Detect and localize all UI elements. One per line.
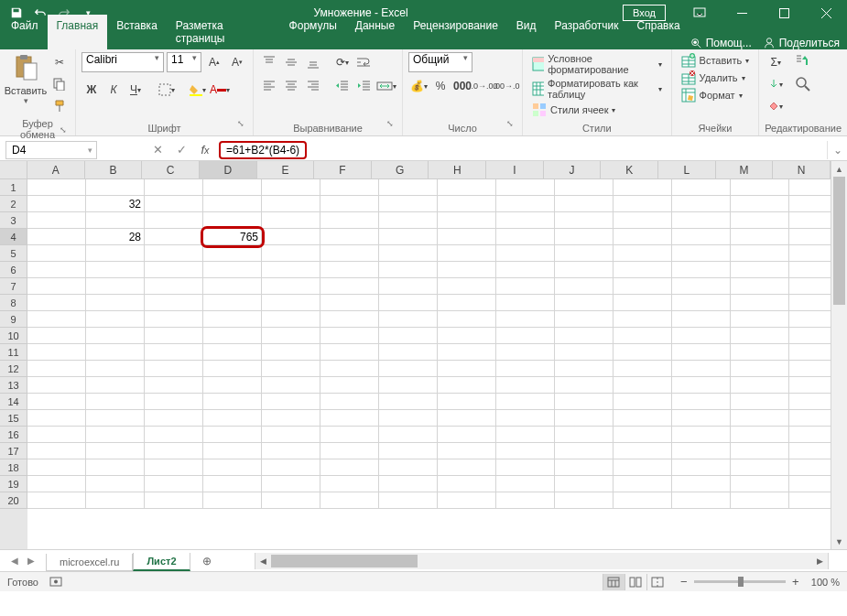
cell[interactable] [203,196,262,212]
cell[interactable] [203,410,262,427]
cell[interactable] [145,459,203,476]
cell[interactable] [86,377,145,394]
cell[interactable] [731,492,789,509]
cell[interactable] [262,179,320,196]
cell[interactable] [320,394,379,410]
cell[interactable] [614,377,672,394]
cell[interactable] [379,229,438,245]
cell[interactable] [731,295,789,311]
cell[interactable] [496,344,555,361]
cell[interactable] [379,459,438,476]
cell[interactable] [438,196,496,212]
scroll-left-icon[interactable]: ◀ [255,553,271,569]
cell[interactable] [86,492,145,509]
dialog-launcher-icon[interactable]: ⤡ [57,125,70,138]
macro-record-icon[interactable] [49,575,62,589]
cell[interactable] [496,295,555,311]
cell[interactable] [145,179,203,196]
cell[interactable] [262,427,320,443]
cell[interactable] [731,377,789,394]
cell[interactable] [496,196,555,212]
zoom-level[interactable]: 100 % [811,577,840,588]
italic-icon[interactable]: К [103,80,124,100]
format-painter-icon[interactable] [49,96,70,116]
cell[interactable] [262,361,320,377]
cell[interactable] [555,328,614,344]
zoom-slider[interactable] [694,580,786,583]
increase-decimal-icon[interactable]: .0→.00 [474,76,494,96]
cell[interactable] [203,344,262,361]
cell[interactable] [86,427,145,443]
underline-icon[interactable]: Ч▾ [125,80,146,100]
row-header[interactable]: 14 [0,394,27,410]
decrease-decimal-icon[interactable]: .00→.0 [496,76,516,96]
cell[interactable] [672,295,731,311]
cell[interactable] [555,377,614,394]
cell[interactable] [555,179,614,196]
cell[interactable] [438,179,496,196]
cell[interactable] [672,278,731,295]
cell[interactable] [145,262,203,278]
cell[interactable] [86,328,145,344]
row-header[interactable]: 9 [0,311,27,328]
cell[interactable] [379,179,438,196]
cell[interactable] [555,245,614,262]
cell[interactable] [555,262,614,278]
copy-icon[interactable] [49,74,70,94]
cell[interactable] [438,311,496,328]
cell[interactable] [86,344,145,361]
cell[interactable] [555,476,614,492]
cell[interactable] [145,492,203,509]
cell[interactable] [145,410,203,427]
close-icon[interactable] [805,0,847,26]
cell[interactable] [262,196,320,212]
cell[interactable] [145,212,203,229]
cell[interactable] [203,295,262,311]
cell[interactable] [672,394,731,410]
cell[interactable] [731,229,789,245]
align-left-icon[interactable] [259,76,279,96]
sheet-tab[interactable]: Лист2 [133,553,190,571]
cell[interactable] [379,328,438,344]
find-select-icon[interactable] [790,74,816,94]
tab-справка[interactable]: Справка [628,15,690,49]
cell[interactable] [145,344,203,361]
zoom-thumb[interactable] [738,577,744,587]
normal-view-icon[interactable] [603,574,624,590]
cell[interactable] [320,212,379,229]
cell[interactable] [27,394,86,410]
row-header[interactable]: 10 [0,328,27,344]
merge-cells-icon[interactable]: ▾ [376,76,396,96]
cell[interactable] [203,394,262,410]
decrease-font-icon[interactable]: A▾ [227,52,247,72]
cell[interactable] [320,476,379,492]
increase-font-icon[interactable]: A▴ [204,52,224,72]
cell[interactable] [203,262,262,278]
cell[interactable] [672,196,731,212]
percent-icon[interactable]: % [430,76,451,96]
cell[interactable] [320,295,379,311]
cell[interactable] [438,476,496,492]
cell[interactable] [614,344,672,361]
cell[interactable] [555,410,614,427]
cell[interactable] [731,476,789,492]
column-header[interactable]: E [257,161,315,179]
font-name-select[interactable]: Calibri [81,52,164,72]
cell[interactable] [555,212,614,229]
cell[interactable] [203,361,262,377]
cell[interactable] [145,394,203,410]
row-header[interactable]: 19 [0,476,27,492]
column-header[interactable]: J [544,161,602,179]
redo-icon[interactable] [53,3,75,23]
cell[interactable] [731,443,789,459]
cell[interactable] [731,311,789,328]
cell[interactable] [496,410,555,427]
sort-filter-icon[interactable] [790,52,816,72]
maximize-icon[interactable] [763,0,805,26]
cell[interactable] [438,443,496,459]
cell[interactable] [496,459,555,476]
cell[interactable] [731,459,789,476]
cell[interactable]: 28 [86,229,145,245]
cell[interactable] [86,361,145,377]
cell[interactable] [438,361,496,377]
